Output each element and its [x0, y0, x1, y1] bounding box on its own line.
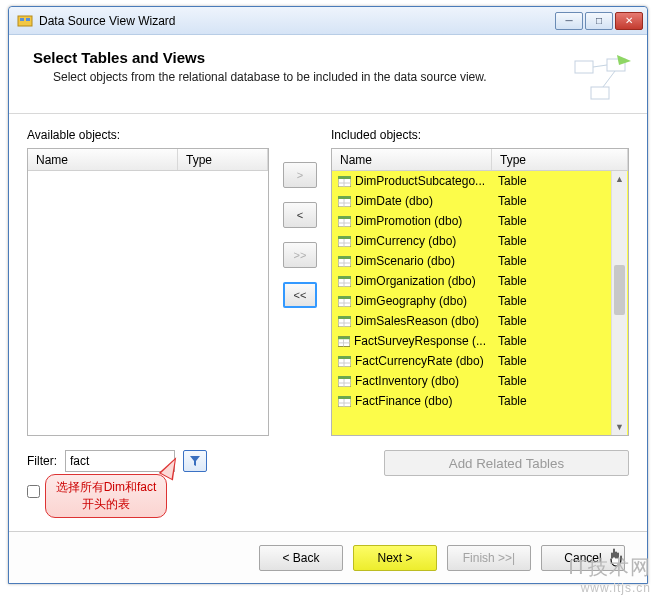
included-body[interactable]: DimProductSubcatego...TableDimDate (dbo)… — [332, 171, 628, 435]
close-button[interactable]: ✕ — [615, 12, 643, 30]
svg-rect-21 — [338, 236, 351, 239]
available-list[interactable]: Name Type — [27, 148, 269, 436]
available-col-name[interactable]: Name — [28, 149, 178, 170]
remove-button[interactable]: < — [283, 202, 317, 228]
svg-rect-49 — [338, 376, 351, 379]
svg-rect-3 — [575, 61, 593, 73]
wizard-footer: < Back Next > Finish >>| Cancel — [9, 531, 647, 583]
filter-apply-button[interactable] — [183, 450, 207, 472]
included-col-type[interactable]: Type — [492, 149, 628, 170]
annotation-callout: 选择所有Dim和fact开头的表 — [45, 456, 185, 518]
svg-rect-9 — [338, 176, 351, 179]
page-title: Select Tables and Views — [33, 49, 627, 66]
table-row[interactable]: DimDate (dbo)Table — [332, 191, 628, 211]
included-label: Included objects: — [331, 128, 629, 142]
table-row[interactable]: DimOrganization (dbo)Table — [332, 271, 628, 291]
table-row[interactable]: DimCurrency (dbo)Table — [332, 231, 628, 251]
svg-rect-13 — [338, 196, 351, 199]
callout-text: 选择所有Dim和fact开头的表 — [45, 474, 167, 518]
table-row[interactable]: FactSurveyResponse (...Table — [332, 331, 628, 351]
scroll-thumb[interactable] — [614, 265, 625, 315]
included-list[interactable]: Name Type DimProductSubcatego...TableDim… — [331, 148, 629, 436]
table-row[interactable]: FactInventory (dbo)Table — [332, 371, 628, 391]
add-all-button[interactable]: >> — [283, 242, 317, 268]
table-row[interactable]: FactCurrencyRate (dbo)Table — [332, 351, 628, 371]
header-illustration-icon — [569, 53, 633, 109]
svg-rect-37 — [338, 316, 351, 319]
svg-rect-41 — [338, 336, 350, 339]
table-row[interactable]: FactFinance (dbo)Table — [332, 391, 628, 411]
included-col-name[interactable]: Name — [332, 149, 492, 170]
svg-rect-53 — [338, 396, 351, 399]
svg-line-7 — [603, 71, 615, 87]
titlebar[interactable]: Data Source View Wizard ─ □ ✕ — [9, 7, 647, 35]
svg-rect-25 — [338, 256, 351, 259]
maximize-button[interactable]: □ — [585, 12, 613, 30]
add-related-tables-button[interactable]: Add Related Tables — [384, 450, 629, 476]
next-button[interactable]: Next > — [353, 545, 437, 571]
svg-rect-5 — [591, 87, 609, 99]
svg-rect-45 — [338, 356, 351, 359]
table-row[interactable]: DimSalesReason (dbo)Table — [332, 311, 628, 331]
app-icon — [17, 13, 33, 29]
svg-line-6 — [593, 65, 607, 67]
cursor-hand-icon — [607, 547, 625, 569]
available-label: Available objects: — [27, 128, 269, 142]
svg-rect-33 — [338, 296, 351, 299]
finish-button[interactable]: Finish >>| — [447, 545, 531, 571]
minimize-button[interactable]: ─ — [555, 12, 583, 30]
wizard-window: Data Source View Wizard ─ □ ✕ Select Tab… — [8, 6, 648, 584]
page-subtitle: Select objects from the relational datab… — [33, 70, 627, 84]
add-button[interactable]: > — [283, 162, 317, 188]
back-button[interactable]: < Back — [259, 545, 343, 571]
table-row[interactable]: DimScenario (dbo)Table — [332, 251, 628, 271]
scroll-up-icon[interactable]: ▲ — [612, 171, 627, 187]
table-row[interactable]: DimPromotion (dbo)Table — [332, 211, 628, 231]
available-body[interactable] — [28, 171, 268, 435]
wizard-body: Available objects: Name Type > < >> << I… — [9, 113, 647, 498]
scrollbar[interactable]: ▲ ▼ — [611, 171, 627, 435]
svg-rect-29 — [338, 276, 351, 279]
scroll-down-icon[interactable]: ▼ — [612, 419, 627, 435]
remove-all-button[interactable]: << — [283, 282, 317, 308]
table-row[interactable]: DimProductSubcatego...Table — [332, 171, 628, 191]
available-col-type[interactable]: Type — [178, 149, 268, 170]
available-header: Name Type — [28, 149, 268, 171]
table-row[interactable]: DimGeography (dbo)Table — [332, 291, 628, 311]
wizard-header: Select Tables and Views Select objects f… — [9, 35, 647, 113]
window-title: Data Source View Wizard — [39, 14, 549, 28]
svg-rect-17 — [338, 216, 351, 219]
svg-rect-1 — [20, 18, 24, 21]
show-system-checkbox[interactable] — [27, 485, 40, 498]
svg-rect-2 — [26, 18, 30, 21]
funnel-icon — [189, 455, 201, 467]
